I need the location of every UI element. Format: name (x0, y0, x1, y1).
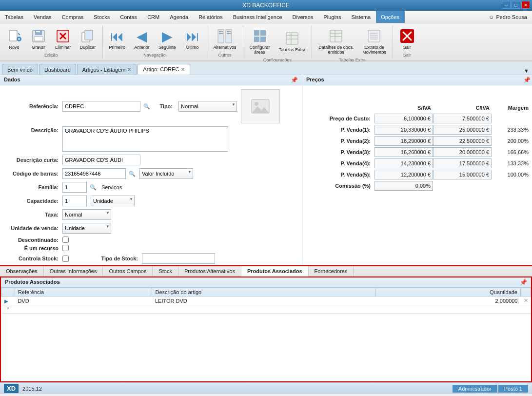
price-comissao-value[interactable]: 0,00% (374, 181, 433, 191)
tab-artigo-cdrec[interactable]: Artigo: CDREC ✕ (138, 64, 190, 75)
price-venda2-siva[interactable]: 18,290000 € (374, 136, 433, 146)
descricao-textarea[interactable]: GRAVADOR CD'S ÁUDIO PHILIPS (62, 126, 228, 152)
tab-bem-vindo-label: Bem vindo (7, 67, 33, 73)
minimize-button[interactable]: ─ (502, 1, 511, 9)
tabelas-extra-button[interactable]: Tabelas Extra (276, 29, 309, 54)
menu-plugins[interactable]: Plugins (318, 11, 346, 23)
price-row-venda5: P. Venda(5): 12,200000 € 15,000000 € 100… (306, 170, 531, 179)
tab-outros-campos[interactable]: Outros Campos (103, 266, 153, 276)
unidade-capacidade-select[interactable]: Unidade (91, 196, 135, 206)
price-venda3-siva[interactable]: 16,260000 € (374, 147, 433, 157)
descricao-curta-input[interactable] (62, 155, 140, 165)
menu-diversos[interactable]: Diversos (288, 11, 319, 23)
ultimo-button[interactable]: ⏭ Último (181, 26, 204, 52)
precos-pin-icon[interactable]: 📌 (523, 77, 531, 83)
referencia-field-group: 🔍 Tipo: Normal Serviço (62, 101, 237, 112)
gravar-button[interactable]: Gravar (27, 26, 50, 52)
duplicar-button[interactable]: Duplicar (77, 26, 99, 52)
controla-stock-checkbox[interactable] (62, 256, 69, 262)
tab-dashboard-label: Dashboard (44, 67, 71, 73)
price-venda1-civa[interactable]: 25,000000 € (433, 125, 492, 135)
maximize-button[interactable]: □ (512, 1, 520, 9)
dados-pin-icon[interactable]: 📌 (291, 77, 298, 83)
capacidade-input[interactable] (62, 196, 87, 206)
article-image (241, 89, 280, 123)
price-custo-civa[interactable]: 7,500000 € (433, 114, 492, 123)
tab-observacoes[interactable]: Observações (0, 266, 44, 276)
taxa-select[interactable]: Normal (62, 209, 111, 220)
dados-title: Dados (4, 77, 20, 82)
precos-title: Preços (306, 77, 324, 82)
price-venda5-siva[interactable]: 12,200000 € (374, 170, 433, 179)
tipo-stock-input[interactable]: M - Mercadorias (142, 253, 215, 264)
menu-compras[interactable]: Compras (57, 11, 89, 23)
menu-contas[interactable]: Contas (115, 11, 142, 23)
eliminar-icon (55, 28, 71, 44)
alternativos-button[interactable]: Alternativos (210, 26, 240, 52)
new-row[interactable]: * (1, 305, 531, 314)
tab-artigos-listagem[interactable]: Artigos - Listagem ✕ (77, 64, 137, 75)
novo-icon (6, 28, 22, 44)
price-venda5-civa[interactable]: 15,000000 € (433, 170, 492, 179)
dados-body: Referência: 🔍 Tipo: Normal Serviço (0, 85, 302, 265)
table-row[interactable]: ▶ DVD LEITOR DVD 2,000000 ✕ (1, 297, 531, 305)
recurso-checkbox[interactable] (62, 245, 69, 251)
descontinuado-checkbox[interactable] (62, 237, 69, 243)
price-venda1-siva[interactable]: 20,330000 € (374, 125, 433, 135)
codigo-search-icon[interactable]: 🔍 (129, 171, 136, 177)
precos-panel: Preços 📌 S/IVA C/IVA Margem Preço de Cus… (302, 75, 532, 265)
novo-button[interactable]: Novo (3, 26, 25, 52)
menu-business[interactable]: Business Inteligence (228, 11, 288, 23)
sair-button[interactable]: Sair (396, 26, 418, 52)
menu-opcoes[interactable]: Opções (376, 11, 405, 23)
anterior-button[interactable]: ◀ Anterior (131, 26, 153, 52)
familia-row: Família: 🔍 Serviços (4, 182, 298, 193)
recurso-row: É um recurso (4, 245, 298, 251)
tab-produtos-alternativos[interactable]: Produtos Alternativos (178, 266, 241, 276)
tab-artigo-cdrec-close[interactable]: ✕ (181, 67, 185, 72)
row-delete[interactable]: ✕ (521, 297, 531, 305)
valor-incluido-select[interactable]: Valor Incluído (139, 168, 193, 179)
descricao-curta-row: Descrição curta: (4, 155, 298, 165)
tab-fornecedores[interactable]: Fornecedores (309, 266, 354, 276)
unidade-venda-select[interactable]: Unidade (62, 223, 111, 234)
menu-right: ☺ Pedro Sousa (484, 11, 532, 23)
menu-sistema[interactable]: Sistema (346, 11, 376, 23)
menu-crm[interactable]: CRM (142, 11, 165, 23)
user-name: Pedro Sousa (496, 14, 527, 20)
menu-vendas[interactable]: Vendas (29, 11, 57, 23)
referencia-input[interactable] (62, 101, 140, 112)
familia-input[interactable] (62, 182, 87, 193)
price-venda4-siva[interactable]: 14,230000 € (374, 158, 433, 168)
tab-produtos-associados[interactable]: Produtos Associados (241, 266, 309, 277)
price-venda2-civa[interactable]: 22,500000 € (433, 136, 492, 146)
price-venda3-civa[interactable]: 20,000000 € (433, 147, 492, 157)
price-custo-siva[interactable]: 6,100000 € (374, 114, 433, 123)
tab-overflow[interactable]: ▼ (521, 67, 532, 75)
extrato-button[interactable]: Extrato deMovimentos (359, 26, 390, 57)
produtos-associados-pin-icon[interactable]: 📌 (520, 279, 527, 286)
detalhes-button[interactable]: Detalhes de docs.emitidos (315, 26, 357, 57)
menu-relatorios[interactable]: Relatórios (194, 11, 228, 23)
codigo-barras-input[interactable] (62, 168, 126, 179)
menu-agenda[interactable]: Agenda (165, 11, 194, 23)
price-row-custo: Preço de Custo: 6,100000 € 7,500000 € (306, 114, 531, 123)
referencia-label: Referência: (4, 103, 62, 109)
configurar-button[interactable]: Configuraráreas (246, 26, 274, 57)
tab-artigos-listagem-close[interactable]: ✕ (127, 67, 131, 72)
close-button[interactable]: ✕ (521, 1, 530, 9)
eliminar-button[interactable]: Eliminar (52, 26, 75, 52)
tab-outras-informacoes[interactable]: Outras Informações (44, 266, 103, 276)
menu-tabelas[interactable]: Tabelas (0, 11, 29, 23)
menu-stocks[interactable]: Stocks (89, 11, 115, 23)
seguinte-button[interactable]: ▶ Seguinte (155, 26, 179, 52)
capacidade-label: Capacidade: (4, 198, 62, 204)
tab-bem-vindo[interactable]: Bem vindo (2, 64, 38, 75)
tab-stock[interactable]: Stock (153, 266, 178, 276)
familia-search-icon[interactable]: 🔍 (90, 184, 97, 191)
primeiro-button[interactable]: ⏮ Primeiro (106, 26, 129, 52)
tab-dashboard[interactable]: Dashboard (39, 64, 76, 75)
tipo-select[interactable]: Normal Serviço (178, 101, 237, 112)
referencia-search-icon[interactable]: 🔍 (143, 103, 150, 110)
price-venda4-civa[interactable]: 17,500000 € (433, 158, 492, 168)
